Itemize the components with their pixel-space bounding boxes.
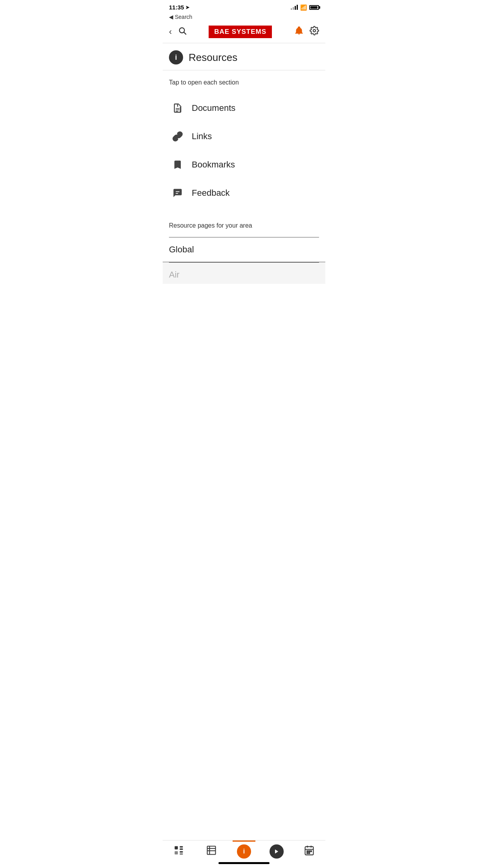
toolbar: ‹ BAE SYSTEMS xyxy=(163,22,325,43)
status-icons: 📶 xyxy=(291,4,319,11)
menu-list: Documents Links Bookmarks Feedba xyxy=(163,90,325,211)
documents-icon xyxy=(171,101,185,115)
svg-point-2 xyxy=(313,29,316,32)
section-header: Resource pages for your area xyxy=(163,211,325,233)
svg-line-1 xyxy=(184,32,186,34)
toolbar-left: ‹ xyxy=(169,26,187,37)
links-label: Links xyxy=(192,131,212,142)
page-title: Resources xyxy=(189,51,237,64)
menu-item-feedback[interactable]: Feedback xyxy=(163,179,325,207)
page-header: i Resources xyxy=(163,43,325,70)
links-icon xyxy=(171,129,185,143)
back-navigation[interactable]: ◀ Search xyxy=(163,13,325,22)
resource-item-global[interactable]: Global xyxy=(163,237,325,262)
instruction-text: Tap to open each section xyxy=(163,70,325,90)
bookmarks-icon xyxy=(171,158,185,172)
back-arrow-icon: ◀ xyxy=(169,14,173,20)
status-time: 11:35 ➤ xyxy=(169,4,189,11)
feedback-icon xyxy=(171,186,185,200)
status-bar: 11:35 ➤ 📶 xyxy=(163,0,325,13)
back-label: Search xyxy=(175,14,192,20)
location-arrow-icon: ➤ xyxy=(185,5,189,10)
documents-label: Documents xyxy=(192,103,235,113)
back-button[interactable]: ‹ xyxy=(169,27,172,37)
wifi-icon: 📶 xyxy=(300,4,307,11)
menu-item-documents[interactable]: Documents xyxy=(163,94,325,122)
search-button[interactable] xyxy=(178,26,187,37)
signal-icon xyxy=(291,5,298,10)
battery-icon xyxy=(309,5,319,10)
feedback-label: Feedback xyxy=(192,188,230,198)
notification-bell-icon[interactable] xyxy=(294,26,304,38)
brand-logo: BAE SYSTEMS xyxy=(209,26,272,38)
menu-item-links[interactable]: Links xyxy=(163,122,325,151)
bottom-spacer xyxy=(163,284,325,319)
toolbar-right xyxy=(294,26,319,38)
resource-item-air[interactable]: Air xyxy=(163,263,325,284)
resources-info-icon: i xyxy=(169,50,183,64)
bookmarks-label: Bookmarks xyxy=(192,160,235,170)
menu-item-bookmarks[interactable]: Bookmarks xyxy=(163,151,325,179)
settings-gear-icon[interactable] xyxy=(310,26,319,38)
section-header-text: Resource pages for your area xyxy=(169,222,319,229)
